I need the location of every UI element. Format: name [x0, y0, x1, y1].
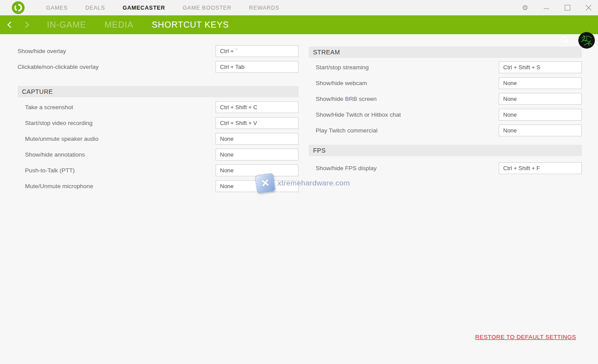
- subtab-media[interactable]: MEDIA: [104, 20, 133, 30]
- shortcut-input-show-hide-overlay[interactable]: [216, 45, 299, 57]
- close-button[interactable]: [585, 4, 592, 11]
- gamecaster-subnav: IN-GAME MEDIA SHORTCUT KEYS: [0, 15, 598, 34]
- setting-label: Clickable/non-clickable overlay: [18, 64, 99, 71]
- section-title: CAPTURE: [22, 88, 53, 95]
- setting-label: Play Twitch commercial: [316, 127, 378, 134]
- shortcut-input-streaming[interactable]: [499, 61, 582, 73]
- section-header-fps: FPS: [309, 145, 582, 156]
- section-header-stream: STREAM: [309, 46, 582, 58]
- shortcut-input-clickable-overlay[interactable]: [216, 61, 299, 73]
- setting-label: Show/hide FPS display: [316, 165, 377, 172]
- shortcut-input-mute-speaker[interactable]: [216, 133, 299, 145]
- maximize-button[interactable]: [564, 4, 571, 11]
- setting-label: Take a screenshot: [25, 104, 73, 111]
- shortcut-input-video-recording[interactable]: [216, 117, 299, 129]
- section-title: FPS: [313, 147, 326, 154]
- window-controls: ⚙: [522, 0, 592, 15]
- setting-label: Start/stop video recording: [25, 120, 93, 127]
- shortcut-input-mute-microphone[interactable]: [216, 180, 299, 192]
- setting-label: Show/hide BRB screen: [316, 96, 377, 103]
- shortcut-input-brb-screen[interactable]: [499, 93, 582, 105]
- setting-label: Push-to-Talk (PTT): [25, 167, 75, 174]
- shortcut-input-twitch-commercial[interactable]: [499, 125, 582, 136]
- shortcut-input-webcam[interactable]: [499, 77, 582, 89]
- tab-game-booster[interactable]: GAME BOOSTER: [183, 5, 231, 11]
- app-window: GAMES DEALS GAMECASTER GAME BOOSTER REWA…: [0, 0, 598, 364]
- setting-label: Show/hide overlay: [18, 48, 66, 55]
- setting-label: Mute/Unmute microphone: [25, 183, 93, 190]
- tab-deals[interactable]: DEALS: [85, 5, 105, 11]
- subtab-in-game[interactable]: IN-GAME: [47, 20, 86, 30]
- tab-gamecaster[interactable]: GAMECASTER: [122, 5, 165, 11]
- setting-label: Mute/unmute speaker audio: [25, 136, 98, 143]
- back-chevron-icon[interactable]: [6, 21, 14, 29]
- shortcut-input-twitch-chat[interactable]: [499, 109, 582, 121]
- titlebar: GAMES DEALS GAMECASTER GAME BOOSTER REWA…: [0, 0, 598, 15]
- section-header-capture: CAPTURE: [18, 86, 299, 97]
- main-nav: GAMES DEALS GAMECASTER GAME BOOSTER REWA…: [46, 0, 279, 15]
- shortcut-input-take-screenshot[interactable]: [216, 101, 299, 113]
- settings-gear-icon[interactable]: ⚙: [522, 4, 529, 11]
- shortcut-input-push-to-talk[interactable]: [216, 164, 299, 176]
- shortcut-input-fps-display[interactable]: [499, 162, 582, 174]
- tab-games[interactable]: GAMES: [46, 5, 68, 11]
- setting-label: Start/stop streaming: [316, 64, 369, 71]
- shortcut-input-annotations[interactable]: [216, 149, 299, 161]
- setting-label: Show/Hide Twitch or Hitbox chat: [316, 111, 401, 118]
- cortex-logo-icon[interactable]: [12, 1, 25, 14]
- minimize-button[interactable]: [543, 4, 550, 11]
- setting-label: Show/hide webcam: [316, 80, 367, 87]
- setting-label: Show/hide annotations: [25, 151, 85, 158]
- search-icon[interactable]: [560, 36, 570, 45]
- section-title: STREAM: [313, 49, 340, 56]
- subnav-tabs: IN-GAME MEDIA SHORTCUT KEYS: [47, 15, 229, 34]
- tab-rewards[interactable]: REWARDS: [249, 5, 279, 11]
- forward-chevron-icon[interactable]: [23, 21, 30, 29]
- subtab-shortcut-keys[interactable]: SHORTCUT KEYS: [152, 20, 229, 30]
- restore-defaults-link[interactable]: RESTORE TO DEFAULT SETTINGS: [475, 334, 576, 340]
